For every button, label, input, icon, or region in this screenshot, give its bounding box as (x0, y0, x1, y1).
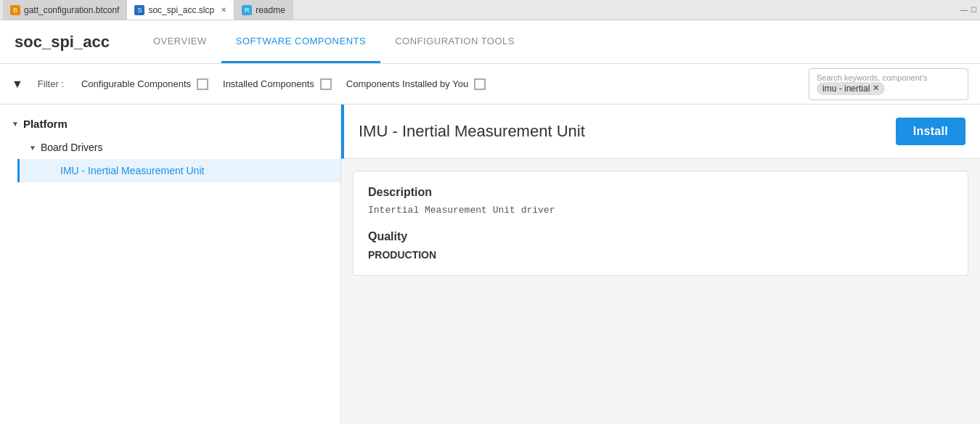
search-tag-label: imu - inertial (822, 83, 870, 94)
search-box[interactable]: Search keywords, component's imu - inert… (809, 68, 968, 100)
board-drivers-label[interactable]: ▼ Board Drivers (17, 136, 340, 159)
maximize-icon[interactable]: ☐ (971, 6, 977, 14)
tree-leaf-imu[interactable]: IMU - Inertial Measurement Unit (17, 159, 340, 182)
tab-label-readme: readme (256, 5, 285, 15)
tab-icon-gatt: B (10, 5, 20, 15)
filter-bar: ▼ Filter : Configurable Components Insta… (0, 64, 980, 105)
install-button[interactable]: Install (896, 118, 965, 145)
tab-label-gatt: gatt_configuration.btconf (24, 5, 119, 15)
tab-gatt[interactable]: B gatt_configuration.btconf (3, 0, 127, 20)
app-header: soc_spi_acc OVERVIEW SOFTWARE COMPONENTS… (0, 20, 980, 64)
filter-configurable-label: Configurable Components (81, 78, 191, 89)
board-drivers-arrow: ▼ (29, 144, 36, 152)
tab-icon-soc: S (134, 5, 144, 15)
filter-label: Filter : (38, 78, 64, 89)
tab-label-soc: soc_spi_acc.slcp (148, 5, 214, 15)
filter-installed-checkbox[interactable] (320, 78, 332, 90)
filter-installed-label: Installed Components (223, 78, 314, 89)
platform-text: Platform (23, 118, 68, 130)
filter-item-byyou: Components Installed by You (346, 78, 486, 90)
minimize-icon[interactable]: — (960, 6, 968, 14)
filter-item-configurable: Configurable Components (81, 78, 208, 90)
filter-configurable-checkbox[interactable] (197, 78, 208, 90)
search-tag-imu: imu - inertial ✕ (817, 82, 885, 95)
filter-byyou-checkbox[interactable] (474, 78, 486, 90)
tab-software-components[interactable]: SOFTWARE COMPONENTS (221, 20, 380, 63)
detail-section-quality: Quality PRODUCTION (368, 230, 953, 261)
description-value: Intertial Measurement Unit driver (368, 205, 953, 216)
tree-child-board-drivers: ▼ Board Drivers IMU - Inertial Measureme… (0, 136, 340, 182)
filter-icon: ▼ (12, 78, 23, 91)
tabs-bar: B gatt_configuration.btconf S soc_spi_ac… (3, 0, 293, 20)
component-header: IMU - Inertial Measurement Unit Install (341, 105, 980, 159)
tab-close-soc[interactable]: ✕ (221, 6, 226, 14)
platform-label[interactable]: ▼ Platform (0, 112, 340, 136)
tab-icon-readme: R (242, 5, 252, 15)
main-content: ▼ Platform ▼ Board Drivers IMU - Inertia… (0, 105, 980, 424)
sidebar: ▼ Platform ▼ Board Drivers IMU - Inertia… (0, 105, 341, 424)
tab-soc[interactable]: S soc_spi_acc.slcp ✕ (127, 0, 234, 20)
app-title: soc_spi_acc (15, 33, 110, 52)
search-tags: imu - inertial ✕ (817, 82, 960, 95)
imu-leaf-label: IMU - Inertial Measurement Unit (60, 165, 204, 176)
filter-item-installed: Installed Components (223, 78, 332, 90)
detail-section-description: Description Intertial Measurement Unit d… (368, 186, 953, 216)
search-placeholder: Search keywords, component's (817, 73, 960, 82)
description-label: Description (368, 186, 953, 199)
right-panel: IMU - Inertial Measurement Unit Install … (341, 105, 980, 424)
quality-label: Quality (368, 230, 953, 243)
board-drivers-text: Board Drivers (41, 142, 103, 153)
component-details: Description Intertial Measurement Unit d… (353, 171, 968, 276)
window-controls: — ☐ (960, 6, 977, 14)
tab-readme[interactable]: R readme (234, 0, 293, 20)
nav-tabs: OVERVIEW SOFTWARE COMPONENTS CONFIGURATI… (139, 20, 529, 63)
quality-value: PRODUCTION (368, 249, 953, 261)
filter-byyou-label: Components Installed by You (346, 78, 468, 89)
tree-item-platform[interactable]: ▼ Platform (0, 112, 340, 136)
tree-item-board-drivers[interactable]: ▼ Board Drivers (17, 136, 340, 159)
search-tag-close[interactable]: ✕ (873, 83, 879, 93)
platform-arrow: ▼ (12, 120, 19, 128)
window-chrome: B gatt_configuration.btconf S soc_spi_ac… (0, 0, 980, 20)
component-title: IMU - Inertial Measurement Unit (359, 122, 585, 141)
tab-configuration-tools[interactable]: CONFIGURATION TOOLS (380, 20, 529, 63)
tab-overview[interactable]: OVERVIEW (139, 20, 221, 63)
